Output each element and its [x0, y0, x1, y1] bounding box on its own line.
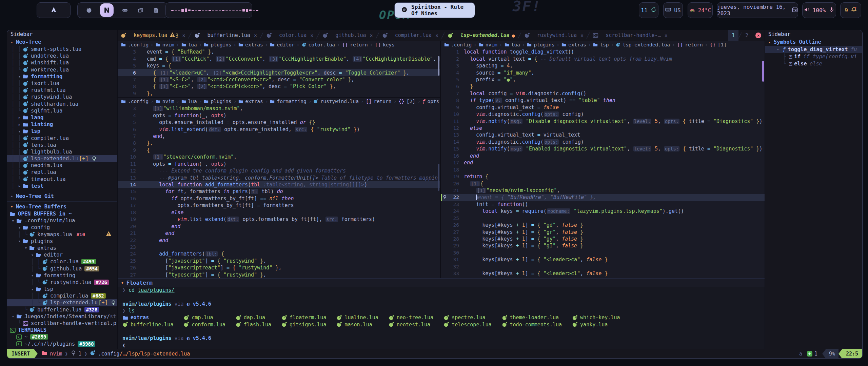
- code-line[interactable]: 34 keys[#keys + 1] = { [1]"<leader>cil",…: [441, 277, 765, 278]
- breadcrumb-item[interactable]: extras: [568, 42, 586, 47]
- tab-scrollbar-handle-[interactable]: scrollbar-handle-…×: [590, 30, 671, 41]
- breadcrumb-item[interactable]: formatting: [277, 99, 306, 104]
- code-line[interactable]: 18 else: [118, 209, 440, 216]
- code-line[interactable]: 19 vim.list_extend(dst: opts.formatters_…: [118, 216, 440, 223]
- tree-item[interactable]: ▾formatting: [7, 272, 117, 279]
- tree-item[interactable]: │▾lsp: [7, 128, 117, 135]
- breadcrumb-item[interactable]: editor: [277, 42, 294, 47]
- breadcrumb-item[interactable]: lua: [188, 99, 197, 104]
- code-line[interactable]: 9 config.virtual_text = false: [441, 104, 765, 111]
- code-line[interactable]: 4 source = "if_many",: [441, 69, 765, 76]
- breadcrumb-item[interactable]: lsp: [600, 42, 609, 47]
- code-line[interactable]: 16 end: [441, 152, 765, 159]
- code-line[interactable]: 2 local virtual_text = { -- Default virt…: [441, 55, 765, 62]
- updates-widget[interactable]: 11: [639, 2, 658, 18]
- breadcrumb-item[interactable]: .config: [128, 99, 149, 104]
- symbol-item[interactable]: ▾ƒtoggle_diag_virtextfu: [765, 46, 862, 53]
- code-line[interactable]: 19return {: [441, 173, 765, 180]
- tab-close-icon[interactable]: ×: [435, 33, 438, 39]
- code-line[interactable]: 5 opts.ensure_installed = opts.ensure_in…: [118, 119, 440, 126]
- tree-item[interactable]: │└github.lua#654: [7, 265, 117, 272]
- tree-item[interactable]: │└worktree.lua: [7, 66, 117, 73]
- scrollbar-handle[interactable]: [762, 61, 764, 82]
- code-line[interactable]: 33 keys[#keys + 1] = { "<leader>cl", fal…: [441, 270, 765, 277]
- symbols-outline-header[interactable]: ▾Symbols Outline: [765, 38, 862, 46]
- workspace-document[interactable]: [152, 6, 160, 15]
- code-line[interactable]: 7 local config = vim.diagnostic.config(): [441, 90, 765, 97]
- code-line[interactable]: 6 vim.list_extend(dst: opts.ensure_insta…: [118, 126, 440, 133]
- code-line[interactable]: 27 keys[#keys + 1] = { "gr", false }: [441, 228, 765, 235]
- tree-item[interactable]: ▾.config/nvim/lua: [7, 217, 117, 224]
- code-line[interactable]: 3 spacing = 4,: [441, 62, 765, 69]
- tree-item[interactable]: ││repl.lua: [7, 169, 117, 176]
- tree-item[interactable]: │└rustywind.lua#726: [7, 279, 117, 286]
- code-line[interactable]: 30: [441, 249, 765, 256]
- code-line[interactable]: 20 [1]{: [441, 180, 765, 187]
- code-line[interactable]: 7 { [1]"<S-C>", [2]"<cmd>CccConvert<cr>"…: [118, 76, 440, 83]
- code-line[interactable]: 3 [1]"williamboman/mason.nvim",: [118, 105, 440, 112]
- code-line[interactable]: 21 end: [118, 230, 440, 237]
- code-line[interactable]: 10 [1]"stevearc/conform.nvim",: [118, 154, 440, 160]
- editor-pane-rustywind[interactable]: .config›nvim›lua›plugins›extras›formatti…: [118, 97, 440, 278]
- code-line[interactable]: 31 keys[#keys + 1] = { "<leader>ca", fal…: [441, 256, 765, 263]
- code-line[interactable]: 1local function toggle_diag_virtext(): [441, 48, 765, 55]
- tree-item[interactable]: ▾config: [7, 224, 117, 231]
- code-line[interactable]: 18: [441, 166, 765, 173]
- workspace-neovim[interactable]: [100, 3, 114, 17]
- tab-compiler-lua[interactable]: compiler.lua×: [379, 30, 441, 41]
- code-line[interactable]: 12 else: [441, 125, 765, 131]
- scrollbar-handle[interactable]: [438, 164, 439, 191]
- tab-github-lua[interactable]: github.lua×: [319, 30, 376, 41]
- symbol-item[interactable]: ├◳ifif type(config.vi: [765, 53, 862, 60]
- code-line[interactable]: 15 vim.notify(msg: "Enabled diagnostics …: [441, 145, 765, 152]
- tree-item[interactable]: ││shellharden.lua: [7, 101, 117, 107]
- tree-item[interactable]: │▸test: [7, 183, 117, 189]
- audio-widget[interactable]: 100%: [802, 2, 836, 18]
- media-player-widget[interactable]: Spiritbox - Rule Of Nines: [394, 2, 475, 18]
- scrollbar-handle[interactable]: [438, 56, 439, 76]
- code-line[interactable]: 7 end,: [118, 133, 440, 140]
- tree-item[interactable]: │▸lang: [7, 114, 117, 121]
- tab-keymaps-lua[interactable]: keymaps.lua3×: [118, 30, 188, 41]
- tree-item[interactable]: │└keymaps.lua#10: [7, 231, 117, 238]
- code-line[interactable]: 26 keys[#keys + 1] = { "gd", false }: [441, 222, 765, 228]
- tree-item[interactable]: ▾editor: [7, 251, 117, 258]
- floaterm-header[interactable]: ▾Floaterm: [118, 279, 765, 287]
- app-launcher-button[interactable]: [37, 2, 71, 18]
- tab-close-icon[interactable]: ×: [254, 33, 257, 39]
- tab-color-lua[interactable]: color.lua×: [263, 30, 316, 41]
- breadcrumb-item[interactable]: nvim: [162, 99, 174, 104]
- notifications-widget[interactable]: 9: [840, 2, 861, 18]
- code-line[interactable]: 6 { [1]"<leader>uC", [2]"<cmd>CccHighlig…: [118, 69, 440, 76]
- breadcrumb-item[interactable]: rustywind.lua: [320, 99, 359, 104]
- breadcrumb-item[interactable]: extras: [245, 42, 263, 47]
- breadcrumb-item[interactable]: return: [685, 42, 703, 47]
- tree-item[interactable]: TERMINALS: [7, 327, 117, 333]
- code-line[interactable]: 4 cmd = { [1]"CccPick", [2]"CccConvert",…: [118, 55, 440, 62]
- tree-item[interactable]: ││compiler.lua: [7, 135, 117, 141]
- code-line[interactable]: 9 },: [118, 90, 440, 97]
- tab-close-icon[interactable]: ×: [665, 33, 668, 39]
- breadcrumb-item[interactable]: return: [374, 99, 391, 104]
- tab-close-icon[interactable]: ×: [580, 33, 584, 39]
- workspace-gamepad[interactable]: [120, 6, 129, 15]
- breadcrumb-item[interactable]: lsp-extended.lua: [623, 42, 670, 47]
- tree-item[interactable]: └bufferline.lua#328: [7, 306, 117, 313]
- code-line[interactable]: 22 end: [118, 237, 440, 243]
- tabpage-2[interactable]: 2: [742, 33, 752, 39]
- breadcrumb-item[interactable]: lua: [188, 42, 197, 47]
- breadcrumb-item[interactable]: opts: [427, 99, 439, 104]
- code-line[interactable]: 27 ["typescript"] = { "rustywind" },: [118, 271, 440, 278]
- tree-item[interactable]: ││lens.lua: [7, 142, 117, 148]
- tree-item[interactable]: │▸linting: [7, 121, 117, 128]
- code-line[interactable]: 21 [1]"neovim/nvim-lspconfig",: [441, 187, 765, 194]
- code-line[interactable]: 13 ---@param tbl table<string, conform.F…: [118, 174, 440, 181]
- code-line[interactable]: 24 local keys = require(modname: "lazyvi…: [441, 208, 765, 215]
- workspace-windows[interactable]: [136, 6, 145, 15]
- code-line[interactable]: 9 {: [118, 147, 440, 154]
- tree-item[interactable]: ││color.lua#493: [7, 258, 117, 265]
- tree-item[interactable]: ││rustywind.lua: [7, 94, 117, 100]
- breadcrumb-item[interactable]: plugins: [211, 99, 231, 104]
- tree-item[interactable]: ││lsp-extended.lu[+]: [7, 155, 117, 162]
- tab-rustywind-lua[interactable]: rustywind.lua×: [521, 30, 587, 41]
